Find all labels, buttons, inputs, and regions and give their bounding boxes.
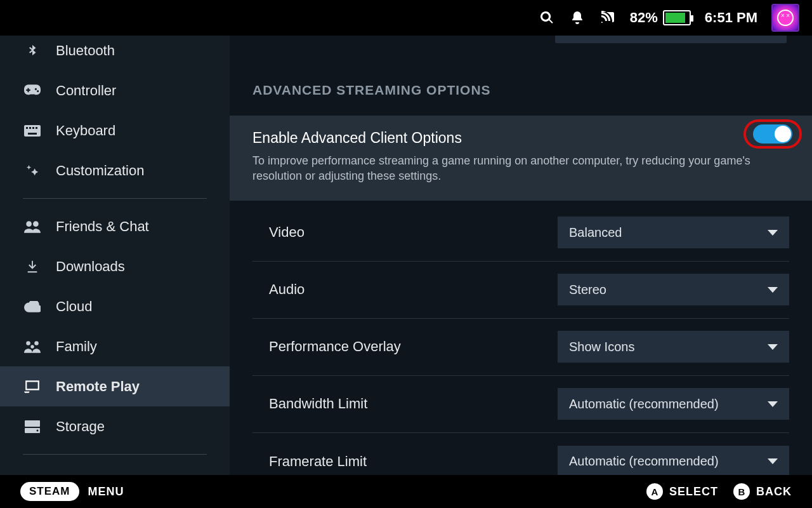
a-button-icon: A: [646, 483, 663, 500]
select-bandwidth-limit[interactable]: Automatic (recommended): [558, 388, 789, 420]
chevron-down-icon: [768, 401, 778, 407]
section-title: ADVANCED STREAMING OPTIONS: [230, 55, 812, 116]
friends-icon: [23, 220, 42, 233]
sidebar-item-keyboard[interactable]: Keyboard: [0, 110, 230, 150]
select-value: Automatic (recommended): [569, 397, 719, 411]
sidebar-item-downloads[interactable]: Downloads: [0, 246, 230, 286]
svg-rect-4: [36, 127, 37, 129]
row-audio: Audio Stereo: [252, 262, 789, 319]
row-video: Video Balanced: [252, 204, 789, 262]
clock: 6:51 PM: [705, 10, 757, 26]
advanced-desc: To improve performance streaming a game …: [252, 153, 773, 184]
sidebar-item-friends[interactable]: Friends & Chat: [0, 206, 230, 246]
battery-indicator: 82%: [630, 10, 691, 26]
sidebar-divider: [23, 198, 207, 199]
remote-play-icon: [23, 380, 42, 393]
battery-percent: 82%: [630, 10, 658, 26]
advanced-title: Enable Advanced Client Options: [252, 130, 789, 147]
row-performance-overlay: Performance Overlay Show Icons: [252, 319, 789, 376]
sidebar-item-controller[interactable]: Controller: [0, 70, 230, 110]
svg-point-10: [30, 345, 34, 348]
avatar[interactable]: [771, 4, 799, 32]
sidebar-item-label: Remote Play: [56, 378, 140, 395]
controller-icon: [23, 84, 42, 97]
row-bandwidth-limit: Bandwidth Limit Automatic (recommended): [252, 376, 789, 433]
family-icon: [23, 340, 42, 353]
sidebar-item-label: Downloads: [56, 258, 125, 275]
footer-bar: STEAM MENU A SELECT B BACK: [0, 475, 812, 508]
back-label: BACK: [756, 485, 792, 498]
search-icon[interactable]: [539, 10, 555, 26]
chevron-down-icon: [768, 287, 778, 293]
sidebar-item-bluetooth[interactable]: Bluetooth: [0, 36, 230, 70]
svg-point-6: [26, 221, 32, 227]
row-label: Audio: [252, 281, 304, 298]
sidebar-item-label: Storage: [56, 418, 105, 435]
svg-rect-1: [26, 127, 28, 129]
settings-content: ADVANCED STREAMING OPTIONS Enable Advanc…: [230, 36, 812, 475]
svg-rect-2: [29, 127, 31, 129]
svg-rect-5: [28, 133, 37, 135]
keyboard-icon: [23, 125, 42, 137]
footer-select-hint: A SELECT: [646, 483, 718, 500]
svg-rect-0: [24, 125, 41, 137]
svg-point-8: [26, 341, 30, 345]
advanced-toggle[interactable]: [753, 124, 792, 144]
cast-icon[interactable]: [599, 10, 616, 26]
row-framerate-limit: Framerate Limit Automatic (recommended): [252, 433, 789, 475]
sidebar-item-storage[interactable]: Storage: [0, 406, 230, 446]
sidebar-item-label: Keyboard: [56, 123, 115, 139]
select-video[interactable]: Balanced: [558, 217, 789, 248]
select-label: SELECT: [669, 485, 718, 498]
select-value: Balanced: [569, 225, 622, 240]
footer-back-hint: B BACK: [733, 483, 792, 500]
bluetooth-icon: [23, 44, 42, 58]
download-icon: [23, 260, 42, 274]
svg-point-9: [34, 341, 39, 345]
sidebar-item-label: Customization: [56, 163, 144, 179]
storage-icon: [23, 420, 42, 433]
sidebar-item-remote-play[interactable]: Remote Play: [0, 366, 230, 406]
chevron-down-icon: [768, 230, 778, 236]
select-framerate-limit[interactable]: Automatic (recommended): [558, 446, 789, 475]
cloud-icon: [23, 301, 42, 312]
row-label: Video: [252, 224, 304, 241]
select-value: Automatic (recommended): [569, 454, 719, 469]
sidebar-item-label: Bluetooth: [56, 43, 115, 59]
b-button-icon: B: [733, 483, 750, 500]
bell-icon[interactable]: [569, 10, 586, 26]
settings-sidebar: Bluetooth Controller Keyboard Customizat…: [0, 36, 230, 475]
sidebar-item-label: Controller: [56, 83, 116, 99]
sidebar-item-label: Family: [56, 338, 97, 355]
enable-advanced-panel: Enable Advanced Client Options To improv…: [230, 116, 812, 201]
svg-point-7: [33, 221, 39, 227]
chevron-down-icon: [768, 458, 778, 464]
steam-button[interactable]: STEAM: [20, 482, 79, 501]
svg-rect-3: [32, 127, 34, 129]
status-bar: 82% 6:51 PM: [0, 0, 812, 36]
row-label: Bandwidth Limit: [252, 396, 367, 412]
row-label: Framerate Limit: [252, 453, 367, 470]
chevron-down-icon: [768, 344, 778, 350]
sidebar-divider: [23, 454, 207, 455]
sidebar-item-customization[interactable]: Customization: [0, 150, 230, 190]
annotation-circle: [743, 119, 802, 149]
svg-point-13: [37, 429, 39, 431]
battery-icon: [663, 10, 691, 25]
select-performance-overlay[interactable]: Show Icons: [558, 331, 789, 363]
svg-rect-11: [25, 420, 40, 427]
sidebar-item-label: Friends & Chat: [56, 218, 149, 235]
select-value: Stereo: [569, 283, 606, 297]
sidebar-item-label: Cloud: [56, 298, 92, 315]
menu-label: MENU: [88, 485, 124, 498]
sidebar-item-cloud[interactable]: Cloud: [0, 286, 230, 326]
row-label: Performance Overlay: [252, 338, 401, 355]
sparkle-icon: [23, 164, 42, 178]
select-value: Show Icons: [569, 340, 634, 354]
select-audio[interactable]: Stereo: [558, 274, 789, 305]
sidebar-item-family[interactable]: Family: [0, 326, 230, 366]
previous-select-partial: [555, 36, 787, 43]
